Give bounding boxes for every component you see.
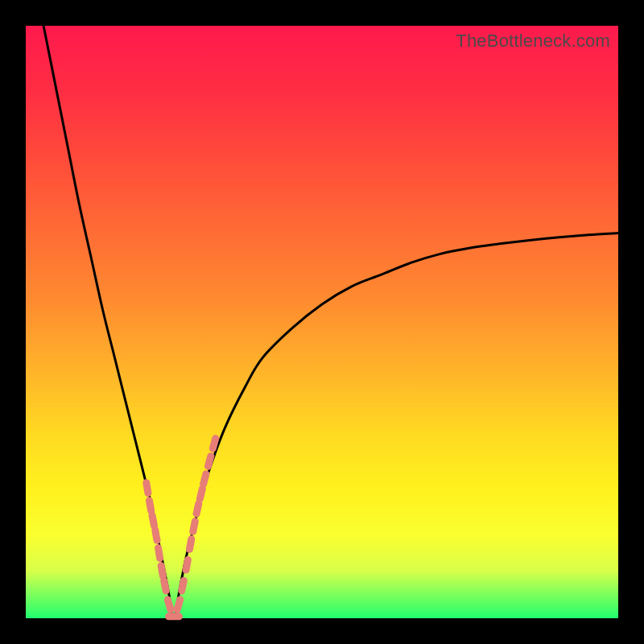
curve-marker (161, 566, 163, 576)
curve-marker (155, 530, 157, 541)
curve-marker (204, 474, 206, 485)
curve-marker (147, 483, 148, 493)
curve-marker (193, 522, 196, 532)
curve-marker (167, 600, 171, 609)
curve-marker (189, 539, 191, 550)
bottleneck-curve (43, 26, 618, 618)
curve-marker (164, 580, 167, 591)
chart-frame: TheBottleneck.com (0, 0, 644, 644)
curve-marker (159, 548, 160, 559)
curve-marker (208, 456, 210, 467)
curve-marker (196, 503, 199, 514)
curve-marker (186, 559, 188, 570)
curve-marker (182, 580, 184, 591)
curve-layer (26, 26, 618, 618)
curve-marker (149, 501, 151, 511)
curve-marker (200, 489, 202, 499)
curve-marker (152, 515, 155, 526)
curve-marker (177, 600, 180, 609)
curve-marker (213, 439, 215, 449)
plot-area: TheBottleneck.com (26, 26, 618, 618)
curve-markers (147, 439, 216, 617)
